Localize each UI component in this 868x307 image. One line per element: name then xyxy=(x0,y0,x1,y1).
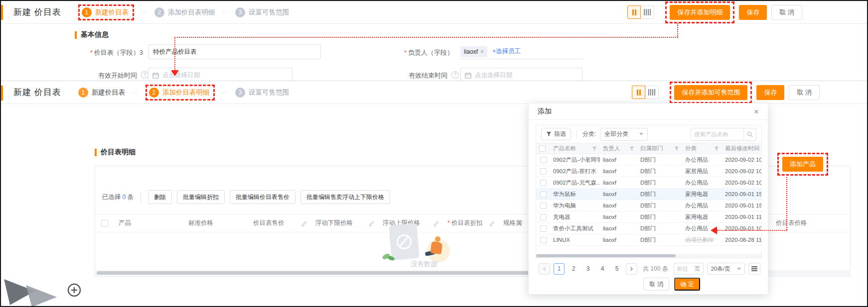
col-product-name: 产品名称 xyxy=(550,145,600,152)
list-view-toggle[interactable] xyxy=(645,86,659,99)
select-employee-link[interactable]: +选择员工 xyxy=(492,47,521,56)
panel2-header: 新建 价目表 1 新建价目表 ·· 2 添加价目表明细 ·· 3 设置可售范围 xyxy=(1,81,867,104)
help-question-icon[interactable]: ? xyxy=(451,71,459,79)
save-button[interactable]: 保存 xyxy=(739,5,767,20)
col-spec-attr: 规格属性 xyxy=(503,219,531,227)
remove-tag-icon[interactable]: × xyxy=(480,48,484,55)
edit-pencil-icon xyxy=(301,220,307,226)
page-size-select[interactable]: 20条/页 xyxy=(707,263,745,275)
help-question-icon[interactable]: ? xyxy=(141,71,148,79)
product-row[interactable]: 0902产品-小茗同学 liaoxf D部门 办公用品 2020-09-02 1… xyxy=(536,154,762,166)
batch-toolbar: 已选择0条 删除 批量编辑折扣 批量编辑价目表售价 批量编辑售卖浮动上下限价格 xyxy=(102,190,395,204)
product-row[interactable]: 华为鼠标 liaoxf D部门 家用电器 2020-09-01 15: xyxy=(536,189,762,200)
step-separator: ·· xyxy=(141,8,147,16)
save-and-add-range-button[interactable]: 保存并添加可售范围 xyxy=(674,85,747,100)
funnel-icon[interactable] xyxy=(714,146,719,151)
page-1-button[interactable]: 1 xyxy=(554,263,565,275)
row-checkbox[interactable] xyxy=(540,191,547,198)
delete-button[interactable]: 删除 xyxy=(148,190,172,204)
close-icon[interactable]: × xyxy=(754,107,759,116)
step-separator: ·· xyxy=(132,89,139,96)
save-and-add-detail-button[interactable]: 保存并添加明细 xyxy=(670,5,730,20)
category-select[interactable]: 全部分类 xyxy=(600,128,648,141)
step-add-detail[interactable]: 2 添加价目表明细 xyxy=(154,7,215,17)
price-list-label: *价目表（字段）3 xyxy=(83,48,143,57)
cancel-button[interactable]: 取 消 xyxy=(771,5,802,20)
row-checkbox[interactable] xyxy=(540,168,547,175)
step-set-range[interactable]: 3 设置可售范围 xyxy=(235,7,289,17)
pause-bars-icon xyxy=(637,90,638,96)
product-row[interactable]: 充电器 liaoxf D部门 家用电器 2020-09-01 11: xyxy=(536,211,762,223)
annotation-arrow-segment xyxy=(174,37,678,38)
next-page-button[interactable] xyxy=(626,263,637,275)
section-basic-info: 基本信息 xyxy=(75,30,109,39)
product-row[interactable]: 0902产品-苏打水 liaoxf D部门 家居用品 2020-09-02 10… xyxy=(536,166,762,177)
page-4-button[interactable]: 4 xyxy=(597,263,608,275)
filter-button[interactable]: 筛选 xyxy=(541,128,571,140)
annotation-box-step1: 1 新建价目表 xyxy=(78,4,135,20)
step-create-price-list[interactable]: 1 新建价目表 xyxy=(78,88,126,98)
board-view-toggle[interactable] xyxy=(632,86,645,99)
board-view-toggle[interactable] xyxy=(627,5,641,19)
funnel-icon[interactable] xyxy=(629,146,634,151)
category-label: 分类: xyxy=(582,130,596,138)
step-set-range[interactable]: 3 设置可售范围 xyxy=(235,88,289,98)
col-owner: 负责人 xyxy=(600,145,637,152)
chevron-left-icon xyxy=(543,267,546,271)
table-settings-icon xyxy=(751,266,757,271)
modal-cancel-button[interactable]: 取 消 xyxy=(643,278,669,291)
modal-footer: 取 消 确 定 xyxy=(643,278,700,291)
batch-edit-limits-button[interactable]: 批量编辑售卖浮动上下限价格 xyxy=(300,190,390,204)
batch-edit-price-button[interactable]: 批量编辑价目表售价 xyxy=(230,190,295,204)
prev-page-button[interactable] xyxy=(539,263,550,275)
row-checkbox[interactable] xyxy=(540,237,547,243)
step-add-detail[interactable]: 2 添加价目表明细 xyxy=(149,88,210,98)
select-all-checkbox[interactable] xyxy=(101,220,108,227)
batch-edit-discount-button[interactable]: 批量编辑折扣 xyxy=(177,190,225,204)
col-standard-price: 标准价格 xyxy=(188,219,253,227)
panel1-actions: 保存并添加明细 保存 取 消 xyxy=(627,1,802,23)
product-row[interactable]: 0902产品-元气森... liaoxf D部门 办公用品 2020-09-02… xyxy=(536,177,762,189)
row-checkbox[interactable] xyxy=(540,225,547,232)
cancel-button[interactable]: 取 消 xyxy=(789,85,820,100)
chevron-right-icon xyxy=(630,267,633,271)
row-checkbox[interactable] xyxy=(540,203,547,209)
annotation-box-save-add-range: 保存并添加可售范围 xyxy=(670,82,752,103)
valid-start-date-input[interactable]: 点击选择日期 xyxy=(148,68,292,81)
row-checkbox[interactable] xyxy=(540,157,547,163)
panel2-actions: 保存并添加可售范围 保存 取 消 xyxy=(632,82,820,103)
panel-step1-create: 新建 价目表 1 新建价目表 ·· 2 添加价目表明细 ·· 3 设置可售范围 xyxy=(1,1,867,81)
search-input[interactable] xyxy=(691,128,743,140)
view-toggle xyxy=(627,5,654,19)
col-category: 分类 xyxy=(682,145,722,152)
product-row[interactable]: 查价小工具测试 liaoxf D部门 办公用品 2020-09-01 10: xyxy=(536,223,762,234)
product-row[interactable]: LINUX liaoxf D部门 选项已删除 2020-08-28 11: xyxy=(536,234,762,246)
page-5-button[interactable]: 5 xyxy=(611,263,622,275)
select-all-checkbox[interactable] xyxy=(539,145,546,152)
funnel-icon[interactable] xyxy=(592,146,597,151)
valid-end-date-input[interactable]: 点击选择日期 xyxy=(460,68,582,81)
add-product-button[interactable]: 添加产品 xyxy=(782,157,823,172)
funnel-icon[interactable] xyxy=(674,146,679,151)
calendar-icon xyxy=(465,72,471,79)
valid-start-label: 有效开始时间 xyxy=(83,71,137,80)
owner-field[interactable]: liaoxf × +选择员工 xyxy=(460,44,582,59)
row-checkbox[interactable] xyxy=(540,180,547,186)
row-checkbox[interactable] xyxy=(540,214,547,220)
goto-page-input[interactable]: 前往 页 xyxy=(674,263,704,275)
scrollbar-thumb[interactable] xyxy=(536,254,676,257)
product-search-box xyxy=(691,128,756,141)
step3-circle: 3 xyxy=(235,88,245,98)
list-view-toggle[interactable] xyxy=(641,5,654,19)
page-2-button[interactable]: 2 xyxy=(568,263,579,275)
panel1-header: 新建 价目表 1 新建价目表 ·· 2 添加价目表明细 ·· 3 设置可售范围 xyxy=(1,1,867,24)
modal-confirm-button[interactable]: 确 定 xyxy=(674,278,700,291)
page-3-button[interactable]: 3 xyxy=(582,263,593,275)
search-icon xyxy=(747,131,753,137)
column-settings-button[interactable] xyxy=(748,263,760,275)
product-row[interactable]: 华为电脑 liaoxf D部门 办公用品 2020-09-01 15: xyxy=(536,200,762,211)
search-button[interactable] xyxy=(743,128,756,140)
step-create-price-list[interactable]: 1 新建价目表 xyxy=(82,7,129,17)
scrollbar-thumb[interactable] xyxy=(97,271,548,275)
save-button[interactable]: 保存 xyxy=(756,85,784,100)
